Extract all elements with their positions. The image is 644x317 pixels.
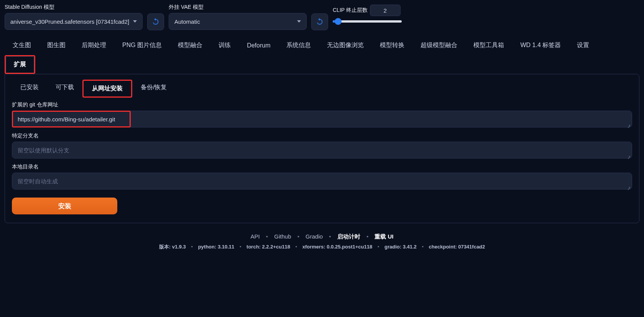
vae-field: 外挂 VAE 模型 Automatic — [169, 4, 307, 30]
tab-checkpoint-merger[interactable]: 模型融合 — [170, 37, 210, 54]
vae-value: Automatic — [174, 18, 200, 25]
chevron-down-icon — [297, 20, 301, 23]
tab-wd14-tagger[interactable]: WD 1.4 标签器 — [512, 37, 569, 54]
branch-input[interactable] — [12, 142, 632, 158]
highlight-box: 从网址安装 — [82, 80, 132, 98]
clip-skip-label: CLIP 终止层数 — [333, 7, 368, 14]
branch-row: 特定分支名 — [12, 132, 632, 160]
branch-label: 特定分支名 — [12, 132, 632, 139]
clip-skip-slider[interactable] — [333, 18, 402, 25]
refresh-icon — [315, 18, 324, 26]
sd-model-field: Stable Diffusion 模型 aniverse_v30Pruned.s… — [5, 4, 143, 30]
footer-version: 版本: v1.9.3 • python: 3.10.11 • torch: 2.… — [0, 243, 644, 250]
highlight-box: 扩展 — [5, 55, 35, 74]
subtab-available[interactable]: 可下载 — [47, 80, 82, 98]
subtab-backup-restore[interactable]: 备份/恢复 — [132, 80, 175, 98]
install-row: 安装 — [12, 198, 632, 214]
vae-select[interactable]: Automatic — [169, 13, 307, 30]
header-toolbar: Stable Diffusion 模型 aniverse_v30Pruned.s… — [0, 0, 644, 30]
tab-model-toolkit[interactable]: 模型工具箱 — [465, 37, 512, 54]
footer-links: API • Github • Gradio • 启动计时 • 重载 UI — [0, 233, 644, 240]
sd-model-label: Stable Diffusion 模型 — [5, 4, 143, 11]
subtab-install-from-url[interactable]: 从网址安装 — [84, 81, 131, 96]
extensions-subtabs: 已安装 可下载 从网址安装 备份/恢复 — [12, 80, 632, 98]
install-button[interactable]: 安装 — [12, 198, 117, 214]
footer-link-startup[interactable]: 启动计时 — [337, 233, 360, 240]
repo-url-input[interactable] — [12, 111, 632, 127]
tab-img2img[interactable]: 图生图 — [39, 37, 74, 54]
tab-pnginfo[interactable]: PNG 图片信息 — [114, 37, 170, 54]
footer-link-api[interactable]: API — [250, 233, 260, 240]
localdir-input[interactable] — [12, 173, 632, 190]
tab-deforum[interactable]: Deforum — [239, 38, 278, 53]
tab-extensions[interactable]: 扩展 — [6, 56, 34, 73]
footer-link-reload[interactable]: 重载 UI — [375, 233, 393, 240]
footer-link-gradio[interactable]: Gradio — [306, 233, 323, 240]
footer-link-github[interactable]: Github — [274, 233, 291, 240]
main-tabs: 文生图 图生图 后期处理 PNG 图片信息 模型融合 训练 Deforum 系统… — [0, 30, 644, 74]
tab-sysinfo[interactable]: 系统信息 — [278, 37, 319, 54]
subtab-installed[interactable]: 已安装 — [12, 80, 47, 98]
sd-model-value: aniverse_v30Pruned.safetensors [07341fca… — [10, 18, 129, 25]
tab-image-browser[interactable]: 无边图像浏览 — [319, 37, 372, 54]
refresh-sd-model-button[interactable] — [147, 13, 164, 30]
tab-settings[interactable]: 设置 — [569, 37, 597, 54]
tab-train[interactable]: 训练 — [210, 37, 239, 54]
chevron-down-icon — [133, 20, 137, 23]
extensions-panel: 已安装 可下载 从网址安装 备份/恢复 扩展的 git 仓库网址 特定分支名 本… — [5, 74, 639, 223]
localdir-label: 本地目录名 — [12, 163, 632, 170]
refresh-vae-button[interactable] — [311, 13, 328, 30]
clip-skip-field: CLIP 终止层数 — [333, 5, 402, 25]
refresh-icon — [151, 18, 160, 26]
vae-label: 外挂 VAE 模型 — [169, 4, 307, 11]
tab-txt2img[interactable]: 文生图 — [5, 37, 39, 54]
repo-url-label: 扩展的 git 仓库网址 — [12, 101, 632, 108]
tab-extras[interactable]: 后期处理 — [74, 37, 114, 54]
clip-skip-number[interactable] — [370, 5, 401, 16]
sd-model-select[interactable]: aniverse_v30Pruned.safetensors [07341fca… — [5, 13, 143, 30]
repo-url-row: 扩展的 git 仓库网址 — [12, 101, 632, 129]
tab-super-merger[interactable]: 超级模型融合 — [412, 37, 465, 54]
slider-thumb-icon — [335, 18, 342, 25]
tab-model-convert[interactable]: 模型转换 — [372, 37, 412, 54]
footer: API • Github • Gradio • 启动计时 • 重载 UI 版本:… — [0, 233, 644, 250]
localdir-row: 本地目录名 — [12, 163, 632, 191]
